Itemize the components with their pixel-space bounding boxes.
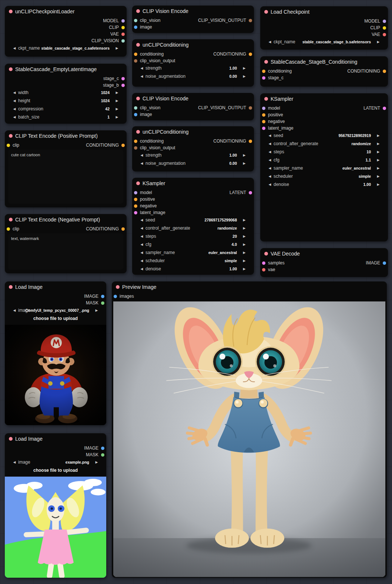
- node-title-bar[interactable]: unCLIPCheckpointLoader: [5, 6, 127, 17]
- increment-arrow-icon[interactable]: ▶: [242, 233, 247, 240]
- seed-widget[interactable]: ◀seed956792128902919▶: [268, 132, 381, 139]
- scheduler-widget[interactable]: ◀schedulersimple▶: [140, 257, 247, 264]
- decrement-arrow-icon[interactable]: ◀: [268, 181, 272, 188]
- clip-vision-encode-2[interactable]: CLIP Vision Encodeclip_visionCLIP_VISION…: [132, 93, 254, 120]
- increment-arrow-icon[interactable]: ▶: [242, 241, 247, 248]
- vae-decode[interactable]: VAE DecodesamplesIMAGEvae: [260, 248, 388, 277]
- IMAGE-output-slot[interactable]: [101, 447, 104, 450]
- strength-widget[interactable]: ◀strength1.00▶: [140, 152, 247, 158]
- latent_image-input-slot[interactable]: [262, 127, 265, 130]
- widget-value[interactable]: simple: [225, 257, 237, 264]
- CLIP-output-slot[interactable]: [121, 26, 125, 29]
- node-title-bar[interactable]: unCLIPConditioning: [132, 39, 254, 50]
- widget-value[interactable]: 42: [105, 106, 110, 112]
- clip_vision_output-input-slot[interactable]: [134, 59, 137, 63]
- widget-value[interactable]: 1: [107, 114, 110, 120]
- widget-value[interactable]: 1.00: [229, 65, 237, 71]
- decrement-arrow-icon[interactable]: ◀: [268, 157, 272, 163]
- decrement-arrow-icon[interactable]: ◀: [140, 217, 144, 223]
- unclip-checkpoint-loader[interactable]: unCLIPCheckpointLoaderMODELCLIPVAECLIP_V…: [5, 6, 127, 57]
- node-title-bar[interactable]: CLIP Vision Encode: [132, 93, 254, 104]
- CLIP_VISION_OUTPUT-output-slot[interactable]: [249, 106, 252, 110]
- node-title-bar[interactable]: StableCascade_EmptyLatentImage: [5, 64, 127, 75]
- ksampler-stage-b[interactable]: KSamplermodelLATENTpositivenegativelaten…: [260, 93, 388, 241]
- widget-value[interactable]: 956792128902919: [338, 132, 371, 139]
- widget-value[interactable]: 4.0: [231, 241, 237, 248]
- increment-arrow-icon[interactable]: ▶: [242, 217, 247, 223]
- increment-arrow-icon[interactable]: ▶: [115, 97, 119, 104]
- model-input-slot[interactable]: [134, 191, 137, 194]
- preview-image[interactable]: Preview Imageimages: [112, 281, 387, 578]
- conditioning-input-slot[interactable]: [134, 53, 137, 56]
- conditioning-input-slot[interactable]: [262, 70, 265, 73]
- widget-value[interactable]: 1024: [101, 97, 110, 104]
- increment-arrow-icon[interactable]: ▶: [115, 89, 119, 96]
- height-widget[interactable]: ◀height1024▶: [12, 97, 119, 104]
- decrement-arrow-icon[interactable]: ◀: [268, 173, 272, 180]
- increment-arrow-icon[interactable]: ▶: [115, 45, 119, 51]
- ckpt_name-widget[interactable]: ◀ckpt_namestable_cascade_stage_b.safeten…: [268, 39, 381, 45]
- increment-arrow-icon[interactable]: ▶: [376, 148, 381, 155]
- node-title-bar[interactable]: Load Image: [5, 281, 106, 293]
- clip-text-encode-negative[interactable]: CLIP Text Encode (Negative Prompt)clipCO…: [5, 214, 127, 273]
- batch_size-widget[interactable]: ◀batch_size1▶: [12, 114, 119, 120]
- decrement-arrow-icon[interactable]: ◀: [140, 233, 144, 240]
- node-title-bar[interactable]: unCLIPConditioning: [132, 126, 254, 137]
- decrement-arrow-icon[interactable]: ◀: [12, 459, 17, 465]
- VAE-output-slot[interactable]: [121, 33, 125, 36]
- load-checkpoint[interactable]: Load CheckpointMODELCLIPVAE◀ckpt_namesta…: [260, 6, 388, 50]
- node-title-bar[interactable]: Preview Image: [112, 281, 387, 293]
- IMAGE-output-slot[interactable]: [101, 295, 104, 298]
- increment-arrow-icon[interactable]: ▶: [242, 160, 247, 167]
- decrement-arrow-icon[interactable]: ◀: [140, 152, 144, 158]
- clip_vision-input-slot[interactable]: [134, 19, 137, 22]
- widget-value[interactable]: euler_ancestral: [208, 249, 237, 256]
- increment-arrow-icon[interactable]: ▶: [94, 307, 99, 314]
- widget-value[interactable]: 1.00: [363, 181, 371, 188]
- ksampler-stage-c[interactable]: KSamplermodelLATENTpositivenegativelaten…: [132, 178, 254, 275]
- increment-arrow-icon[interactable]: ▶: [242, 152, 247, 158]
- increment-arrow-icon[interactable]: ▶: [376, 173, 381, 180]
- CONDITIONING-output-slot[interactable]: [249, 140, 252, 143]
- decrement-arrow-icon[interactable]: ◀: [268, 165, 272, 171]
- decrement-arrow-icon[interactable]: ◀: [268, 140, 272, 147]
- widget-value[interactable]: 1.00: [229, 152, 237, 158]
- increment-arrow-icon[interactable]: ▶: [376, 157, 381, 163]
- widget-value[interactable]: simple: [359, 173, 371, 180]
- VAE-output-slot[interactable]: [383, 33, 386, 36]
- increment-arrow-icon[interactable]: ▶: [115, 114, 119, 120]
- increment-arrow-icon[interactable]: ▶: [376, 165, 381, 171]
- node-title-bar[interactable]: CLIP Text Encode (Negative Prompt): [5, 214, 127, 225]
- widget-value[interactable]: 1.00: [229, 266, 237, 272]
- node-title-bar[interactable]: CLIP Vision Encode: [132, 6, 254, 17]
- node-title-bar[interactable]: KSampler: [132, 178, 254, 189]
- cfg-widget[interactable]: ◀cfg1.1▶: [268, 157, 381, 163]
- load-image-drawing[interactable]: Load ImageIMAGEMASK◀imageexample.png▶cho…: [5, 433, 106, 578]
- CONDITIONING-output-slot[interactable]: [121, 227, 125, 231]
- stablecascade-stageb-conditioning[interactable]: StableCascade_StageB_Conditioningconditi…: [260, 56, 388, 87]
- widget-value[interactable]: 278697175299068: [204, 217, 237, 223]
- strength-widget[interactable]: ◀strength1.00▶: [140, 65, 247, 71]
- width-widget[interactable]: ◀width1024▶: [12, 89, 119, 96]
- LATENT-output-slot[interactable]: [383, 107, 386, 110]
- node-title-bar[interactable]: Load Image: [5, 433, 106, 444]
- node-title-bar[interactable]: CLIP Text Encode (Positive Prompt): [5, 130, 127, 141]
- node-title-bar[interactable]: KSampler: [260, 93, 388, 104]
- increment-arrow-icon[interactable]: ▶: [115, 106, 119, 112]
- clip-input-slot[interactable]: [7, 227, 10, 231]
- steps-widget[interactable]: ◀steps10▶: [268, 148, 381, 155]
- increment-arrow-icon[interactable]: ▶: [376, 140, 381, 147]
- noise_augmentation-widget[interactable]: ◀noise_augmentation0.00▶: [140, 73, 247, 80]
- decrement-arrow-icon[interactable]: ◀: [12, 106, 17, 112]
- decrement-arrow-icon[interactable]: ◀: [268, 148, 272, 155]
- widget-value[interactable]: example.png: [66, 459, 89, 465]
- decrement-arrow-icon[interactable]: ◀: [140, 241, 144, 248]
- MODEL-output-slot[interactable]: [121, 19, 125, 23]
- node-title-bar[interactable]: StableCascade_StageB_Conditioning: [260, 56, 388, 67]
- node-graph-canvas[interactable]: unCLIPCheckpointLoaderMODELCLIPVAECLIP_V…: [0, 0, 392, 584]
- denoise-widget[interactable]: ◀denoise1.00▶: [268, 181, 381, 188]
- prompt-textarea[interactable]: text, watermark: [8, 233, 123, 270]
- decrement-arrow-icon[interactable]: ◀: [12, 307, 17, 314]
- decrement-arrow-icon[interactable]: ◀: [12, 45, 17, 51]
- decrement-arrow-icon[interactable]: ◀: [12, 89, 17, 96]
